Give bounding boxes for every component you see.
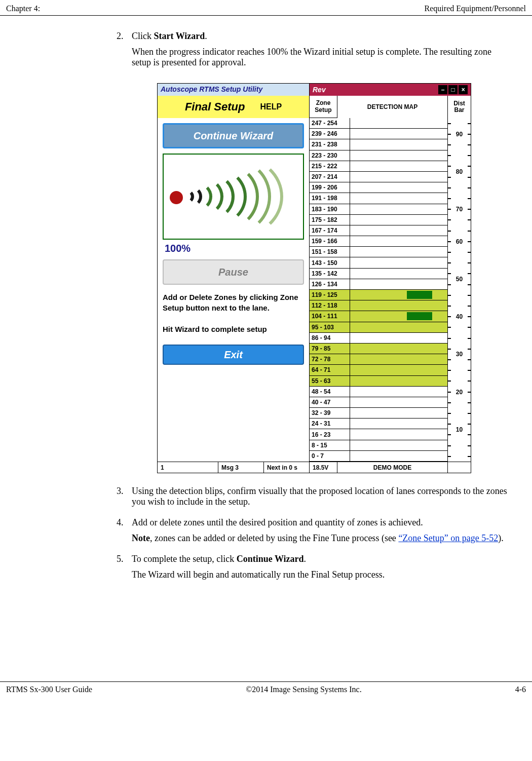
detection-map-row xyxy=(350,161,447,172)
detection-map-row xyxy=(350,150,447,161)
detection-map-row xyxy=(350,397,447,408)
dist-tick xyxy=(448,333,471,344)
detection-map-row xyxy=(350,215,447,225)
detection-map-row xyxy=(350,279,447,290)
dist-label: 80 xyxy=(448,166,471,177)
zone-label-row[interactable]: 16 - 23 xyxy=(310,429,350,440)
instruction-text: Add or Delete Zones by clicking Zone Set… xyxy=(163,290,304,345)
zone-label-row[interactable]: 48 - 54 xyxy=(310,387,350,397)
help-button[interactable]: HELP xyxy=(260,102,282,111)
zone-label-row[interactable]: 72 - 78 xyxy=(310,354,350,365)
zone-label-row[interactable]: 167 - 174 xyxy=(310,225,350,236)
zone-label-row[interactable]: 24 - 31 xyxy=(310,418,350,429)
page-footer: RTMS Sx-300 User Guide ©2014 Image Sensi… xyxy=(0,681,532,697)
step-body: Click Start Wizard. When the progress in… xyxy=(132,31,512,73)
zone-label-row[interactable]: 126 - 134 xyxy=(310,279,350,290)
exit-button[interactable]: Exit xyxy=(163,345,304,365)
radar-graphic xyxy=(163,154,304,240)
zone-label-row[interactable]: 119 - 125 xyxy=(310,290,350,300)
detection-map-row xyxy=(350,451,447,462)
detection-map-row xyxy=(350,129,447,139)
right-panel: 247 - 254239 - 246231 - 238223 - 230215 … xyxy=(310,118,471,462)
detection-map-row xyxy=(350,204,447,215)
dist-tick xyxy=(448,440,471,451)
screenshot-figure: Autoscope RTMS Setup Utility Rev – □ × F… xyxy=(157,83,471,473)
zone-column: 247 - 254239 - 246231 - 238223 - 230215 … xyxy=(310,118,350,462)
detection-map-row xyxy=(350,344,447,354)
window-title-right: Rev – □ × xyxy=(310,84,471,96)
dist-label: 90 xyxy=(448,129,471,139)
maximize-icon[interactable]: □ xyxy=(448,85,458,94)
dist-label: 60 xyxy=(448,236,471,247)
detection-map-row xyxy=(350,247,447,257)
zone-label-row[interactable]: 32 - 39 xyxy=(310,408,350,418)
pause-button[interactable]: Pause xyxy=(163,259,304,285)
detection-map-row xyxy=(350,300,447,311)
footer-volt: 18.5V xyxy=(310,462,337,473)
footer-last xyxy=(448,462,471,473)
detection-map-row xyxy=(350,236,447,247)
zone-label-row[interactable]: 223 - 230 xyxy=(310,150,350,161)
detection-map-row xyxy=(350,225,447,236)
detection-map-row xyxy=(350,257,447,268)
footer-demo: DEMO MODE xyxy=(337,462,448,473)
zone-label-row[interactable]: 207 - 214 xyxy=(310,172,350,182)
zone-label-row[interactable]: 112 - 118 xyxy=(310,300,350,311)
zone-label-row[interactable]: 199 - 206 xyxy=(310,182,350,193)
zone-label-row[interactable]: 8 - 15 xyxy=(310,440,350,451)
zone-label-row[interactable]: 40 - 47 xyxy=(310,397,350,408)
minimize-icon[interactable]: – xyxy=(438,85,447,94)
step-3: 3. Using the detection blips, confirm vi… xyxy=(117,486,512,512)
detection-map-row xyxy=(350,408,447,418)
zone-label-row[interactable]: 55 - 63 xyxy=(310,376,350,387)
detection-map-row xyxy=(350,311,447,322)
dist-label: 40 xyxy=(448,312,471,322)
dist-tick xyxy=(448,397,471,408)
header-left: Chapter 4: xyxy=(6,4,40,13)
screenshot-footer: 1 Msg 3 Next in 0 s 18.5V DEMO MODE xyxy=(158,462,471,473)
dist-tick xyxy=(448,215,471,225)
footer-center: ©2014 Image Sensing Systems Inc. xyxy=(246,685,362,694)
dist-tick xyxy=(448,150,471,161)
zone-label-row[interactable]: 175 - 182 xyxy=(310,215,350,225)
zone-label-row[interactable]: 191 - 198 xyxy=(310,193,350,204)
detection-blip xyxy=(407,312,432,320)
zone-label-row[interactable]: 215 - 222 xyxy=(310,161,350,172)
zone-label-row[interactable]: 95 - 103 xyxy=(310,322,350,333)
zone-label-row[interactable]: 79 - 85 xyxy=(310,344,350,354)
continue-wizard-button[interactable]: Continue Wizard xyxy=(163,123,304,148)
zone-label-row[interactable]: 143 - 150 xyxy=(310,257,350,268)
detection-map-row xyxy=(350,429,447,440)
zone-label-row[interactable]: 0 - 7 xyxy=(310,451,350,462)
zone-setup-link[interactable]: “Zone Setup” on page 5-52 xyxy=(398,533,498,543)
dist-tick xyxy=(448,300,471,311)
dist-tick xyxy=(448,258,471,269)
zone-label-row[interactable]: 151 - 158 xyxy=(310,247,350,257)
detection-map-row xyxy=(350,118,447,129)
detection-map-row xyxy=(350,418,447,429)
close-icon[interactable]: × xyxy=(459,85,468,94)
detection-map-row xyxy=(350,322,447,333)
zone-label-row[interactable]: 159 - 166 xyxy=(310,236,350,247)
zone-label-row[interactable]: 239 - 246 xyxy=(310,129,350,139)
dist-bar-column: 908070605040302010 xyxy=(448,118,471,462)
dist-tick xyxy=(448,365,471,376)
dist-tick xyxy=(448,193,471,204)
step-4: 4. Add or delete zones until the desired… xyxy=(117,517,512,549)
final-setup-title: Final Setup xyxy=(185,100,245,113)
dist-label: 30 xyxy=(448,349,471,360)
dist-tick xyxy=(448,247,471,257)
zone-label-row[interactable]: 247 - 254 xyxy=(310,118,350,129)
zone-label-row[interactable]: 86 - 94 xyxy=(310,333,350,344)
zone-label-row[interactable]: 231 - 238 xyxy=(310,139,350,150)
dist-bar-hdr: Dist Bar xyxy=(448,96,471,118)
zone-label-row[interactable]: 64 - 71 xyxy=(310,365,350,375)
zone-label-row[interactable]: 183 - 190 xyxy=(310,204,350,215)
zone-label-row[interactable]: 135 - 142 xyxy=(310,269,350,279)
detection-map-row xyxy=(350,365,447,375)
detection-map-row xyxy=(350,354,447,365)
dist-tick xyxy=(448,290,471,300)
step-2: 2. Click Start Wizard. When the progress… xyxy=(117,31,512,73)
zone-label-row[interactable]: 104 - 111 xyxy=(310,311,350,322)
page-content: 2. Click Start Wizard. When the progress… xyxy=(0,16,532,611)
